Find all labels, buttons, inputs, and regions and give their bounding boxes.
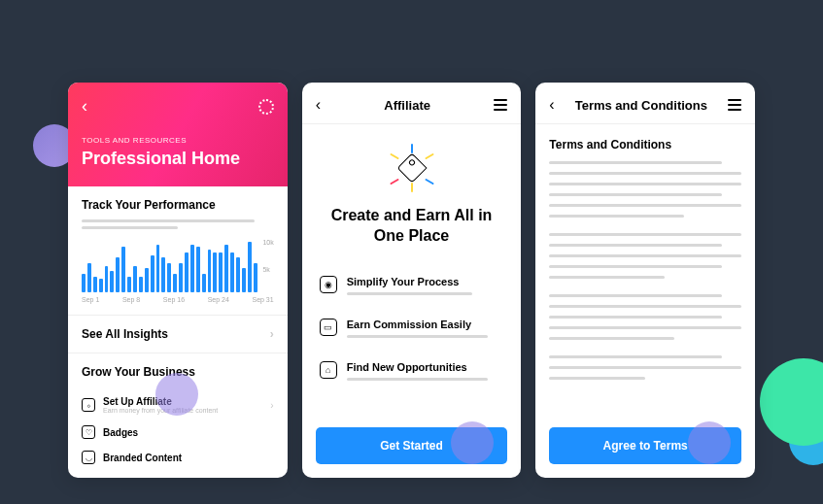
plain-header: ‹ Terms and Conditions xyxy=(535,83,755,124)
bar xyxy=(208,250,212,292)
feature-item: ▭ Earn Commission Easily xyxy=(320,309,504,352)
bar xyxy=(213,252,217,292)
link-label: See All Insights xyxy=(82,327,168,341)
item-label: Badges xyxy=(103,427,274,438)
gradient-header: ‹ TOOLS AND RESOURCES Professional Home xyxy=(68,83,288,186)
bar xyxy=(167,263,171,292)
bar xyxy=(93,277,97,293)
bar xyxy=(139,277,143,293)
feature-label: Find New Opportunities xyxy=(347,361,504,373)
money-icon: ▭ xyxy=(320,319,337,336)
terms-card: ‹ Terms and Conditions Terms and Conditi… xyxy=(535,83,755,478)
header-eyebrow: TOOLS AND RESOURCES xyxy=(82,136,274,145)
feature-label: Simplify Your Process xyxy=(347,276,504,287)
bar xyxy=(145,268,149,292)
item-label: Branded Content xyxy=(103,453,274,463)
x-tick: Sep 16 xyxy=(163,296,185,303)
bar xyxy=(127,277,131,293)
page-title: Terms and Conditions xyxy=(575,98,707,113)
instagram-icon: ◉ xyxy=(320,276,337,293)
bar xyxy=(224,245,228,293)
bar xyxy=(99,279,103,292)
paragraph-skeleton xyxy=(549,355,741,384)
see-all-insights-link[interactable]: See All Insights › xyxy=(68,316,288,353)
y-tick: 5k xyxy=(262,266,273,273)
skeleton-line xyxy=(82,219,255,222)
hero-title: Create and Earn All in One Place xyxy=(326,206,498,247)
bar xyxy=(121,247,125,292)
feature-item: ⌂ Find New Opportunities xyxy=(320,352,504,394)
x-tick: Sep 1 xyxy=(82,296,99,303)
settings-icon[interactable] xyxy=(258,99,274,115)
tag-icon: ⬦ xyxy=(82,398,95,412)
content-title: Terms and Conditions xyxy=(549,138,741,151)
paragraph-skeleton xyxy=(549,294,741,344)
x-tick: Sep 8 xyxy=(122,296,140,303)
bar-chart: 10k 5k xyxy=(82,239,274,292)
page-title: Professional Home xyxy=(82,149,274,169)
user-icon: ◡ xyxy=(82,451,95,464)
bar xyxy=(105,266,109,293)
bar xyxy=(87,263,91,292)
x-tick: Sep 31 xyxy=(252,296,273,303)
bar xyxy=(242,268,246,292)
bar xyxy=(82,274,86,292)
chevron-right-icon: › xyxy=(270,327,274,341)
feature-list: ◉ Simplify Your Process ▭ Earn Commissio… xyxy=(302,266,522,394)
branded-content-item[interactable]: ◡ Branded Content xyxy=(68,445,288,478)
bar xyxy=(196,247,200,292)
page-title: Affiliate xyxy=(384,98,430,113)
performance-section: Track Your Performance 10k 5k Sep 1 Sep … xyxy=(68,186,288,315)
bar xyxy=(190,245,194,293)
highlight-marker xyxy=(688,421,731,464)
bar xyxy=(116,257,120,292)
bar xyxy=(254,263,257,292)
highlight-marker xyxy=(451,421,494,464)
section-title: Track Your Performance xyxy=(82,198,274,212)
back-button[interactable]: ‹ xyxy=(549,96,554,114)
skeleton-line xyxy=(347,335,489,338)
skeleton-line xyxy=(347,292,472,295)
badge-icon: ♡ xyxy=(82,425,95,439)
feature-item: ◉ Simplify Your Process xyxy=(320,266,504,309)
terms-content: Terms and Conditions xyxy=(535,124,755,427)
paragraph-skeleton xyxy=(549,233,741,283)
bar xyxy=(219,252,223,292)
bar xyxy=(161,257,165,292)
professional-home-card: ‹ TOOLS AND RESOURCES Professional Home … xyxy=(68,83,288,478)
menu-icon[interactable] xyxy=(494,99,507,111)
sparkle-tag-icon xyxy=(388,144,436,192)
shop-icon: ⌂ xyxy=(320,361,337,379)
back-button[interactable]: ‹ xyxy=(316,96,321,114)
bar xyxy=(156,245,160,293)
feature-label: Earn Commission Easily xyxy=(347,319,504,330)
back-button[interactable]: ‹ xyxy=(82,96,87,117)
bar xyxy=(133,266,137,293)
bar xyxy=(110,271,114,292)
skeleton-line xyxy=(347,378,489,381)
plain-header: ‹ Affiliate xyxy=(302,83,522,124)
bar xyxy=(248,242,252,292)
affiliate-card: ‹ Affiliate Create and Earn All in One P… xyxy=(302,83,522,478)
badges-item[interactable]: ♡ Badges xyxy=(68,420,288,445)
y-tick: 10k xyxy=(262,239,273,246)
x-tick: Sep 24 xyxy=(208,296,229,303)
chevron-right-icon: › xyxy=(270,400,273,411)
hero-section: Create and Earn All in One Place xyxy=(302,124,522,266)
bar xyxy=(236,257,240,292)
bar xyxy=(151,255,154,293)
bar xyxy=(202,274,206,292)
bar xyxy=(173,274,177,292)
highlight-marker xyxy=(155,373,198,416)
menu-icon[interactable] xyxy=(728,99,741,111)
bar xyxy=(230,252,234,292)
bar xyxy=(179,263,183,292)
bar xyxy=(185,252,189,292)
skeleton-line xyxy=(82,226,178,229)
paragraph-skeleton xyxy=(549,161,741,221)
